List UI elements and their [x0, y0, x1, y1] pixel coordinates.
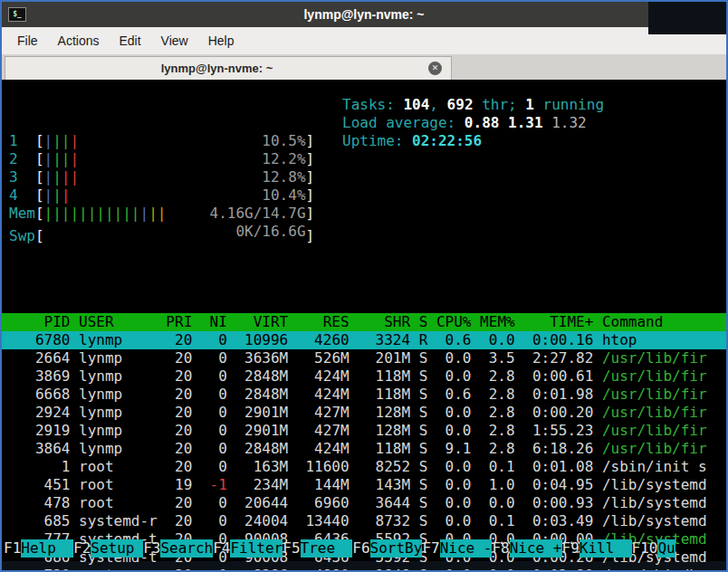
cell-cpu: 0.0	[427, 422, 471, 440]
fn-f9-kill[interactable]: F9Kill	[562, 539, 632, 558]
column-header-virt[interactable]: VIRT	[227, 313, 288, 331]
fn-f2-setup[interactable]: F2Setup	[73, 539, 143, 558]
meter-bar: ||||12.2%	[44, 150, 306, 168]
column-header-ni[interactable]: NI	[192, 313, 227, 331]
titlebar[interactable]: $_ lynmp@lyn-nvme: ~	[2, 2, 726, 27]
cell-res: 427M	[288, 404, 349, 422]
process-row[interactable]: 6668lynmp2002848M424M118MS0.62.80:01.98/…	[2, 386, 726, 404]
cell-pid: 478	[9, 494, 70, 512]
fn-key-label: F4	[213, 539, 230, 558]
column-header-pri[interactable]: PRI	[158, 313, 193, 331]
cell-virt: 20644	[227, 494, 288, 512]
meter-label: 4	[9, 186, 35, 205]
info-segment: 0.88	[465, 114, 508, 131]
meter-label: 3	[9, 168, 35, 186]
process-row[interactable]: 2924lynmp2002901M427M128MS0.02.80:00.20/…	[2, 404, 726, 422]
meter-pipe-segment: |	[70, 132, 79, 149]
terminal-screen[interactable]: 1[||||10.5%]2[||||12.2%]3[||||12.8%]4[||…	[2, 80, 726, 561]
cell-s: S	[410, 404, 427, 422]
column-header-cpu[interactable]: CPU%	[427, 313, 471, 331]
process-row-selected[interactable]: 6780lynmp2001099642603324R0.60.00:00.16h…	[2, 331, 726, 349]
cell-cpu: 0.6	[427, 386, 471, 404]
process-row[interactable]: 1root200163M116008252S0.00.10:01.08/sbin…	[2, 458, 726, 476]
fn-f1-help[interactable]: F1Help	[4, 539, 73, 558]
column-header-cmd[interactable]: Command	[593, 313, 726, 331]
meter-value: 10.4%	[262, 186, 305, 205]
meter-label: 1	[9, 132, 35, 150]
cell-ni: 0	[192, 440, 227, 458]
fn-f5-tree[interactable]: F5Tree	[283, 539, 352, 558]
meter-bar: 0K/16.6G	[44, 223, 306, 241]
cell-user: root	[70, 494, 157, 512]
process-row[interactable]: 3864lynmp2002848M424M118MS9.12.86:18.26/…	[2, 440, 726, 458]
cell-res: 424M	[288, 386, 349, 404]
menu-item-actions[interactable]: Actions	[48, 29, 110, 52]
fn-action-label: Nice +	[510, 539, 562, 558]
cell-virt: 3636M	[227, 349, 288, 367]
cell-user: root	[70, 458, 157, 476]
cell-virt: 2901M	[227, 404, 288, 422]
cell-user: lynmp	[70, 367, 157, 386]
info-segment: Tasks:	[342, 96, 403, 113]
meter-pipe-segment: ||	[53, 150, 70, 167]
cell-cmd: /usr/sbin/ha	[593, 567, 726, 572]
column-header-pid[interactable]: PID	[9, 313, 70, 331]
cell-pri: 20	[158, 494, 193, 512]
meter-pipe-segment: |	[140, 205, 149, 222]
column-header-shr[interactable]: SHR	[350, 313, 410, 331]
process-row[interactable]: 685systemd-r20024004134408732S0.00.10:03…	[2, 512, 726, 530]
cell-cpu: 0.0	[427, 567, 471, 572]
cell-mem: 2.8	[471, 386, 514, 404]
fn-f3-search[interactable]: F3Search	[143, 539, 213, 558]
cell-res: 4980	[288, 567, 349, 572]
cell-cmd: htop	[593, 331, 726, 349]
function-key-bar: F1HelpF2SetupF3SearchF4FilterF5TreeF6Sor…	[2, 539, 728, 558]
cell-cmd: /sbin/init s	[593, 458, 726, 476]
terminal-tab[interactable]: lynmp@lyn-nvme: ~ ✕	[5, 56, 452, 80]
cell-cmd: /usr/lib/fir	[593, 422, 726, 440]
process-row[interactable]: 478root2002064469603644S0.00.00:00.93/li…	[2, 494, 726, 512]
cell-s: S	[410, 349, 427, 367]
meter-pipe-segment: |	[44, 168, 53, 186]
cell-user: lynmp	[70, 404, 157, 422]
column-header-time[interactable]: TIME+	[515, 313, 594, 331]
meter-label: Mem	[9, 205, 35, 223]
column-header-mem[interactable]: MEM%	[471, 313, 514, 331]
cell-cpu: 0.0	[427, 458, 471, 476]
info-segment: 02:22:56	[412, 132, 482, 149]
cell-pri: 20	[158, 367, 193, 386]
info-segment: Uptime:	[342, 132, 412, 149]
process-row[interactable]: 2664lynmp2003636M526M201MS0.03.52:27.82/…	[2, 349, 726, 367]
fn-f7-nice-[interactable]: F7Nice -	[422, 539, 492, 558]
menu-item-help[interactable]: Help	[198, 29, 244, 52]
cell-pid: 2664	[9, 349, 70, 367]
column-header-res[interactable]: RES	[288, 313, 349, 331]
fn-f4-filter[interactable]: F4Filter	[213, 539, 283, 558]
menu-item-edit[interactable]: Edit	[109, 29, 150, 52]
cell-cpu: 0.0	[427, 476, 471, 494]
meter-3: 3[||||12.8%]	[9, 168, 726, 186]
fn-f6-sortby[interactable]: F6SortBy	[352, 539, 422, 558]
process-row[interactable]: 730root200829649801848S0.00.00:02.80/usr…	[2, 567, 726, 572]
process-row[interactable]: 451root19-1234M144M143MS0.01.00:04.95/li…	[2, 476, 726, 494]
process-row[interactable]: 2919lynmp2002901M427M128MS0.02.81:55.23/…	[2, 422, 726, 440]
cell-shr: 8732	[350, 512, 410, 530]
tab-close-icon[interactable]: ✕	[428, 62, 442, 75]
cell-time: 0:03.49	[515, 512, 594, 530]
cell-res: 144M	[288, 476, 349, 494]
info-segment: thr;	[474, 96, 526, 113]
cell-pid: 1	[9, 458, 70, 476]
cell-mem: 2.8	[471, 440, 514, 458]
menu-item-view[interactable]: View	[151, 29, 198, 52]
cell-virt: 2901M	[227, 422, 288, 440]
menu-item-file[interactable]: File	[7, 29, 48, 52]
cell-pid: 730	[9, 567, 70, 572]
column-header-user[interactable]: USER	[70, 313, 157, 331]
fn-action-label: Filter	[230, 539, 283, 558]
column-header-s[interactable]: S	[410, 313, 427, 331]
fn-f8-nice-[interactable]: F8Nice +	[492, 539, 561, 558]
info-segment: 1.32	[551, 114, 587, 131]
process-row[interactable]: 3869lynmp2002848M424M118MS0.02.80:00.61/…	[2, 367, 726, 386]
fn-f10-qu[interactable]: F10Qu	[632, 539, 675, 558]
fn-key-label: F8	[492, 539, 509, 558]
